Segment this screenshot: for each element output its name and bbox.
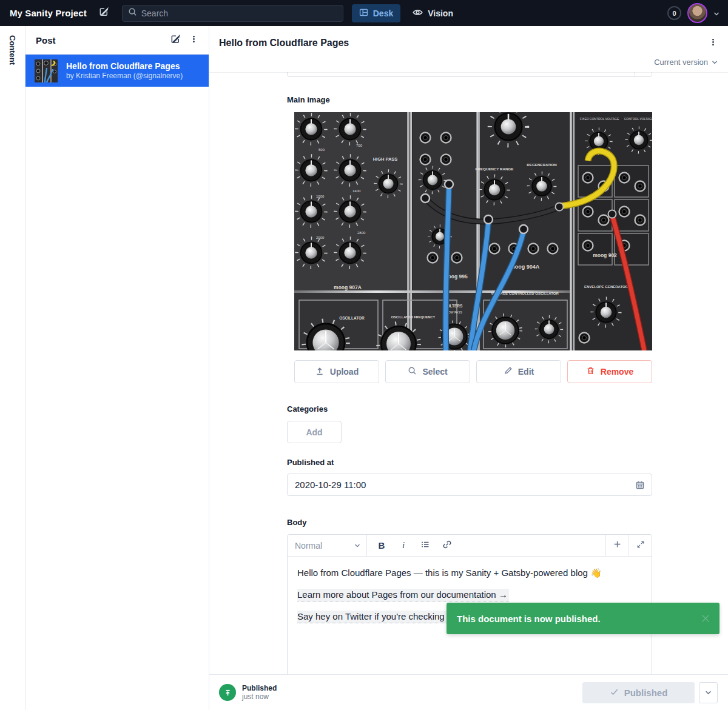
plus-icon: [613, 540, 622, 551]
notifications-badge[interactable]: 0: [667, 6, 681, 20]
tab-vision[interactable]: Vision: [405, 4, 460, 22]
dots-vertical-icon: [709, 38, 718, 49]
main-image-label: Main image: [287, 95, 652, 104]
new-document-button[interactable]: [95, 4, 113, 22]
publish-toast: This document is now published.: [447, 603, 720, 634]
compose-icon: [99, 7, 109, 19]
document-form: Main image: [209, 72, 728, 674]
fullscreen-button[interactable]: [629, 535, 652, 556]
svg-text:CONTROL VOLTAGE: CONTROL VOLTAGE: [624, 117, 652, 121]
search-input[interactable]: [141, 8, 337, 18]
toast-message: This document is now published.: [457, 614, 701, 624]
photo-label-envelope-generator: ENVELOPE GENERATOR: [584, 285, 629, 289]
publish-time: just now: [242, 692, 277, 701]
post-pane-header: Post: [25, 26, 209, 55]
svg-text:1000: 1000: [316, 195, 325, 198]
tab-vision-label: Vision: [428, 8, 453, 18]
post-thumbnail: [35, 59, 58, 82]
sanity-studio: My Sanity Project: [0, 0, 728, 710]
post-item-texts: Hello from Cloudflare Pages by Kristian …: [66, 61, 183, 81]
dots-vertical-icon: [189, 35, 198, 46]
chevron-down-icon: [705, 688, 712, 697]
eye-icon: [413, 7, 423, 19]
svg-text:500: 500: [318, 148, 325, 152]
project-title: My Sanity Project: [10, 8, 87, 18]
svg-text:1400: 1400: [352, 189, 361, 193]
upload-label: Upload: [330, 367, 359, 377]
document-footer: Published just now Published: [209, 674, 728, 710]
pane-menu-button[interactable]: [184, 31, 203, 49]
select-label: Select: [422, 367, 447, 377]
synthesizer-photo: 500 700 1000 1400 2000 2800 HIGH PASS: [294, 112, 652, 350]
version-selector[interactable]: Current version: [209, 52, 728, 67]
published-at-input[interactable]: [295, 480, 635, 490]
footer-actions: Published: [582, 682, 718, 703]
photo-label-moog-907a: moog 907A: [334, 284, 362, 290]
tab-desk-label: Desk: [373, 8, 393, 18]
main-image-preview: 500 700 1000 1400 2000 2800 HIGH PASS: [294, 112, 652, 350]
trash-icon: [586, 366, 595, 377]
svg-text:2000: 2000: [316, 236, 325, 239]
document-title: Hello from Cloudflare Pages: [219, 38, 704, 49]
post-pane: Post: [25, 26, 209, 710]
body-paragraph[interactable]: Hello from Cloudflare Pages — this is my…: [297, 567, 642, 579]
insert-block-button[interactable]: [605, 535, 629, 556]
photo-label-frequency-range: FREQUENCY RANGE: [476, 167, 514, 171]
photo-label-high-pass: HIGH PASS: [373, 156, 398, 162]
published-at-field: [287, 474, 652, 496]
rail-tab-content[interactable]: Content: [8, 26, 17, 65]
upload-button[interactable]: Upload: [294, 360, 379, 383]
compose-icon: [170, 34, 181, 47]
link-button[interactable]: [437, 537, 457, 554]
edit-button[interactable]: Edit: [476, 360, 561, 383]
pencil-icon: [504, 366, 513, 377]
search-icon: [408, 366, 417, 377]
body-label: Body: [287, 518, 652, 527]
search-icon: [128, 7, 137, 19]
search-bar: [122, 5, 343, 22]
post-item-byline: by Kristian Freeman (@signalnerve): [66, 72, 183, 81]
publish-menu-button[interactable]: [699, 682, 718, 703]
remove-button[interactable]: Remove: [567, 360, 652, 383]
select-button[interactable]: Select: [385, 360, 470, 383]
chevron-down-icon[interactable]: [713, 8, 720, 19]
format-buttons: B i: [367, 535, 605, 556]
upload-icon: [315, 366, 325, 378]
create-post-button[interactable]: [166, 31, 184, 49]
workspace-tabs: Desk Vision: [352, 4, 460, 22]
slug-field-cut[interactable]: [287, 72, 652, 77]
tab-desk[interactable]: Desk: [352, 4, 400, 22]
svg-text:700: 700: [356, 144, 363, 147]
remove-label: Remove: [601, 367, 633, 377]
style-selector-value: Normal: [295, 541, 351, 551]
photo-label-oscillator: OSCILLATOR: [339, 316, 365, 320]
style-selector[interactable]: Normal: [288, 535, 367, 556]
bold-button[interactable]: B: [372, 537, 391, 554]
chevron-down-icon: [712, 58, 718, 67]
document-title-row: Hello from Cloudflare Pages: [209, 26, 728, 52]
publish-button[interactable]: Published: [582, 682, 695, 703]
post-list-item[interactable]: Hello from Cloudflare Pages by Kristian …: [25, 55, 209, 87]
expand-icon: [636, 540, 645, 551]
close-icon[interactable]: [701, 614, 710, 623]
photo-label-regeneration: REGENERATION: [527, 162, 557, 167]
photo-label-low-pass: LOW PASS: [447, 310, 462, 314]
body-link-documentation[interactable]: Learn more about Pages from our document…: [297, 589, 509, 601]
bullet-list-button[interactable]: [416, 537, 435, 554]
chevron-down-icon: [354, 543, 360, 548]
categories-label: Categories: [287, 404, 652, 414]
calendar-icon[interactable]: [635, 480, 645, 490]
list-icon: [420, 540, 430, 552]
check-icon: [610, 688, 619, 698]
editor-pane: Hello from Cloudflare Pages Current vers…: [209, 26, 728, 710]
photo-label-fixed-cv: FIXED CONTROL VOLTAGE: [580, 117, 619, 121]
italic-button[interactable]: i: [394, 537, 413, 554]
link-icon: [442, 540, 452, 552]
columns-icon: [359, 8, 368, 19]
add-category-button[interactable]: Add: [287, 421, 342, 443]
avatar[interactable]: [687, 3, 707, 23]
photo-label-moog-902: moog 902: [593, 252, 617, 258]
published-at-label: Published at: [287, 458, 652, 467]
document-menu-button[interactable]: [704, 34, 722, 52]
navbar: My Sanity Project: [0, 0, 728, 26]
